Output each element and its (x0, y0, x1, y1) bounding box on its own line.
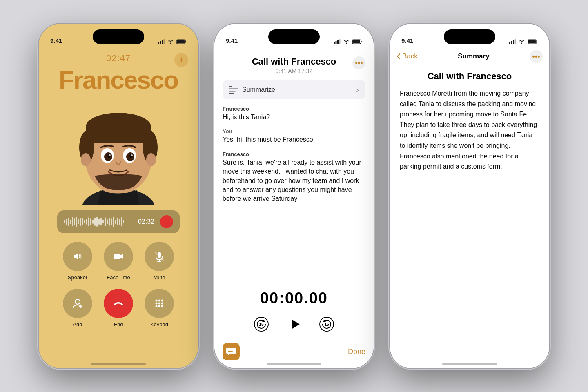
svg-point-39 (161, 305, 163, 307)
summary-body: Call with Francesco Francesco Moretti fr… (390, 63, 549, 180)
wave-bar (86, 219, 87, 225)
rewind-icon: 15 (253, 316, 270, 332)
svg-rect-46 (229, 86, 232, 87)
call-screen: 9:41 (39, 24, 198, 368)
dynamic-island-3 (444, 29, 495, 44)
wave-bar (100, 218, 102, 225)
playback-controls: 15 15 (252, 314, 336, 335)
wave-bar (72, 217, 73, 226)
signal-icon-2 (334, 39, 341, 44)
summary-nav-title: Summary (458, 52, 489, 60)
home-indicator-1 (91, 363, 146, 365)
svg-rect-0 (158, 42, 159, 44)
facetime-button[interactable]: FaceTime (104, 242, 133, 281)
svg-text:15: 15 (324, 322, 329, 327)
wave-bar (107, 219, 108, 224)
svg-rect-43 (339, 39, 341, 44)
wave-bar (66, 219, 67, 225)
play-button[interactable] (283, 314, 305, 335)
wave-bar (88, 217, 89, 226)
speaker-button[interactable]: Speaker (63, 242, 92, 281)
transcript-subtitle: 9:41 AM 17:32 (236, 68, 352, 74)
add-button[interactable]: Add (63, 289, 92, 327)
svg-rect-1 (160, 41, 161, 45)
svg-point-37 (156, 305, 158, 307)
wave-bar (78, 219, 79, 224)
wave-bar (84, 220, 85, 223)
wave-bar (90, 218, 91, 225)
wave-bar (96, 217, 98, 227)
speaker-text-1: Yes, hi, this must be Francesco. (223, 135, 365, 144)
svg-rect-5 (177, 40, 185, 43)
wifi-icon-2 (343, 39, 350, 44)
phone-transcript: 9:41 (214, 24, 374, 368)
wave-bar (76, 217, 77, 227)
keypad-label: Keypad (150, 321, 168, 327)
svg-point-21 (109, 154, 111, 156)
svg-rect-62 (515, 39, 516, 44)
controls-row-bottom: Add End (63, 289, 174, 327)
svg-rect-45 (352, 40, 360, 43)
rewind-button[interactable]: 15 (252, 315, 270, 333)
speaker-text-0: Hi, is this Tania? (223, 113, 365, 122)
memoji-avatar (65, 98, 172, 205)
transcript-body: Francesco Hi, is this Tania? You Yes, hi… (214, 99, 374, 285)
status-icons-1 (158, 39, 187, 44)
info-button[interactable]: ℹ (174, 53, 188, 67)
wave-bar (64, 220, 65, 223)
svg-rect-2 (162, 40, 163, 44)
forward-button[interactable]: 15 (318, 315, 336, 333)
svg-point-33 (161, 300, 163, 302)
keypad-button[interactable]: Keypad (145, 289, 174, 327)
facetime-label: FaceTime (107, 274, 130, 281)
svg-rect-10 (86, 123, 151, 143)
bubble-icon[interactable] (223, 343, 240, 360)
wave-bar (102, 220, 104, 223)
call-controls: Speaker FaceTime (39, 242, 198, 327)
wave-bar (119, 219, 120, 225)
speaker-name-0: Francesco (223, 106, 365, 112)
summarize-button[interactable]: Summarize › (223, 80, 365, 99)
end-call-button[interactable]: End (104, 289, 133, 327)
svg-rect-61 (513, 40, 514, 44)
battery-icon-2 (352, 39, 362, 44)
back-label: Back (402, 52, 418, 60)
wave-bar (82, 218, 83, 225)
facetime-icon (104, 242, 133, 271)
waveform-time: 02:32 (138, 218, 154, 225)
mute-label: Mute (154, 274, 165, 281)
svg-point-22 (131, 154, 133, 156)
svg-rect-47 (229, 88, 238, 89)
end-label: End (114, 321, 123, 327)
playback-section: 00:00.00 15 (214, 285, 374, 343)
svg-rect-23 (114, 254, 120, 259)
more-button-2[interactable]: ••• (352, 56, 365, 69)
svg-point-32 (158, 300, 160, 302)
phone-active-call: 9:41 (39, 24, 198, 368)
mute-button[interactable]: Mute (145, 242, 174, 281)
playback-timer: 00:00.00 (260, 290, 328, 307)
transcript-header: Call with Francesco 9:41 AM 17:32 ••• (214, 50, 374, 74)
wave-bar (94, 218, 96, 226)
memoji-svg (65, 98, 172, 205)
keypad-icon (145, 289, 174, 318)
battery-icon-3 (528, 39, 538, 44)
summary-text: Francesco Moretti from the moving compan… (400, 88, 539, 172)
add-icon (63, 289, 92, 318)
summary-nav: Back Summary ••• (390, 50, 549, 63)
svg-rect-41 (336, 41, 337, 45)
back-button[interactable]: Back (396, 52, 418, 60)
svg-point-14 (146, 153, 156, 166)
speaker-label: Speaker (68, 274, 87, 281)
summary-title: Call with Francesco (400, 71, 539, 82)
svg-text:15: 15 (259, 322, 264, 327)
mute-icon (145, 242, 174, 271)
speaker-text-2: Sure is. Tania, we're all ready to assis… (223, 158, 365, 204)
done-button[interactable]: Done (348, 347, 365, 356)
back-chevron-icon (396, 53, 401, 60)
wave-bar (74, 218, 75, 225)
waveform-bar: 02:32 (57, 210, 180, 233)
more-button-3[interactable]: ••• (530, 50, 543, 63)
status-time-1: 9:41 (50, 37, 62, 44)
summarize-left: Summarize (229, 86, 275, 94)
